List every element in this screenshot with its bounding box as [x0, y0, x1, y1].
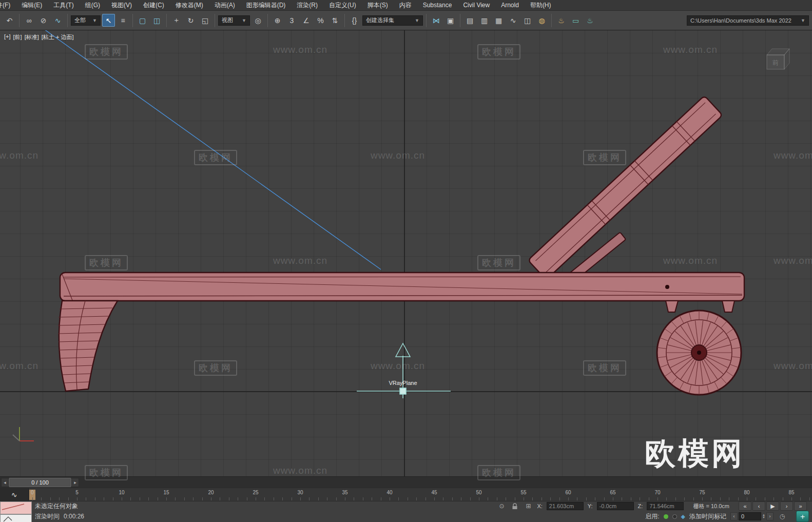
viewport-pov-label[interactable]: [前] — [13, 33, 22, 41]
unlink-selection-icon[interactable]: ⊘ — [37, 14, 50, 27]
z-coordinate-label: Z: — [638, 503, 643, 509]
time-slider-prev-button[interactable]: ◂ — [1, 478, 9, 487]
maxscript-listener-pane[interactable] — [0, 514, 32, 522]
selection-lock-toggle[interactable] — [510, 502, 519, 510]
time-configuration-button[interactable]: ◷ — [778, 512, 787, 520]
render-production-icon[interactable]: ♨ — [584, 14, 596, 27]
status-row-1: 未选定任何对象 ⊙ ⊞ X: Y: Z: 栅格 = 10.0cm «‹▶›» — [32, 501, 812, 511]
ruler-tick-label: 50 — [476, 490, 481, 495]
use-pivot-point-center-icon[interactable]: ◎ — [252, 14, 264, 27]
menu-item[interactable]: 修改器(M) — [170, 0, 209, 10]
add-viewport-layout-button[interactable]: ＋ — [796, 511, 809, 522]
enable-on-indicator[interactable] — [664, 514, 668, 519]
menu-item[interactable]: 文件(F) — [0, 0, 16, 10]
menu-item[interactable]: Substance — [417, 0, 458, 10]
previous-key-button[interactable]: ‹ — [730, 512, 738, 520]
window-crossing-toggle-icon[interactable]: ◫ — [150, 14, 163, 27]
select-and-rotate-icon[interactable]: ↻ — [184, 14, 197, 27]
track-bar-ruler[interactable]: 0510152025303540455055606570758085 — [29, 488, 812, 501]
named-selection-sets-select[interactable]: 创建选择集▼ — [362, 15, 423, 26]
add-time-tag-button[interactable]: 添加时间标记 — [689, 512, 726, 521]
next-key-button[interactable]: › — [766, 512, 774, 520]
ruler-tick-label: 45 — [431, 490, 437, 495]
go-to-start-button[interactable]: « — [739, 501, 751, 511]
previous-frame-button[interactable]: ‹ — [752, 501, 765, 511]
enable-off-indicator[interactable] — [672, 514, 677, 519]
percent-snap-icon[interactable]: % — [314, 14, 327, 27]
lounger-backrest[interactable] — [528, 95, 723, 280]
menu-item[interactable]: 图形编辑器(D) — [241, 0, 292, 10]
frame-number-field[interactable] — [739, 512, 761, 520]
frame-spinner[interactable]: ▲▼ — [762, 514, 765, 519]
rectangular-selection-region-icon[interactable]: ▢ — [136, 14, 149, 27]
viewcube[interactable]: 前 — [759, 43, 795, 75]
menu-item[interactable]: 内容 — [394, 0, 417, 10]
go-to-end-button[interactable]: » — [794, 501, 807, 511]
absolute-mode-toggle[interactable]: ⊞ — [524, 502, 533, 510]
ruler-tick-label: 40 — [386, 490, 392, 495]
x-coordinate-field[interactable] — [547, 502, 584, 510]
isolate-selection-toggle[interactable]: ⊙ — [497, 502, 506, 510]
menu-item[interactable]: 动画(A) — [209, 0, 241, 10]
render-setup-icon[interactable]: ♨ — [555, 14, 568, 27]
maxscript-mini-listener[interactable] — [0, 501, 32, 522]
vrayplane-gizmo[interactable] — [357, 343, 451, 398]
select-and-scale-icon[interactable]: ◱ — [199, 14, 211, 27]
y-coordinate-label: Y: — [588, 503, 593, 509]
select-object-icon[interactable]: ↖ — [102, 14, 115, 27]
toggle-scene-explorer-icon[interactable]: ▤ — [463, 14, 476, 27]
mini-curve-editor-button[interactable]: ∿ — [0, 488, 29, 501]
toggle-ribbon-icon[interactable]: ▦ — [492, 14, 505, 27]
viewport-menu-button[interactable]: [+] — [4, 33, 11, 41]
undo-icon[interactable]: ↶ — [3, 14, 16, 27]
menu-item[interactable]: Civil View — [457, 0, 495, 10]
rendered-frame-window-icon[interactable]: ▭ — [569, 14, 582, 27]
viewport-front[interactable]: [+][前][标准][粘土 + 边面] — [0, 30, 812, 476]
ruler-tick-label: 55 — [520, 490, 526, 495]
align-icon[interactable]: ▣ — [444, 14, 457, 27]
y-coordinate-field[interactable] — [597, 502, 634, 510]
schematic-view-icon[interactable]: ◫ — [521, 14, 534, 27]
material-editor-icon[interactable]: ◍ — [535, 14, 548, 27]
mirror-icon[interactable]: ⋈ — [430, 14, 442, 27]
time-slider-next-button[interactable]: ▸ — [71, 478, 79, 487]
viewport-perview-label[interactable]: [标准] — [25, 33, 39, 41]
lounger-wheel[interactable] — [657, 311, 741, 395]
project-path-field[interactable]: C:\Users\Han\Documents\3ds Max 2022 ▼ — [687, 15, 809, 26]
menu-item[interactable]: 编辑(E) — [16, 0, 48, 10]
menu-item[interactable]: 视图(V) — [106, 0, 138, 10]
ruler-tick-label: 80 — [744, 490, 749, 495]
menu-item[interactable]: 组(G) — [80, 0, 106, 10]
reference-coordinate-select[interactable]: 视图▼ — [218, 15, 250, 26]
time-slider-handle[interactable]: 0 / 100 — [9, 478, 71, 487]
maxscript-macro-recorder-pane[interactable] — [0, 501, 32, 514]
menu-item[interactable]: 帮助(H) — [525, 0, 557, 10]
toggle-layer-explorer-icon[interactable]: ▥ — [478, 14, 491, 27]
bind-to-space-warp-icon[interactable]: ∿ — [51, 14, 64, 27]
snaps-toggle-3d-icon[interactable]: 3 — [285, 14, 298, 27]
curve-editor-icon[interactable]: ∿ — [507, 14, 519, 27]
z-coordinate-field[interactable] — [647, 502, 684, 510]
menu-item[interactable]: 自定义(U) — [323, 0, 362, 10]
viewport-shading-label[interactable]: [粘土 + 边面] — [42, 33, 74, 41]
selection-filter-select[interactable]: 全部▼ — [71, 15, 101, 26]
select-and-manipulate-icon[interactable]: ⊕ — [271, 14, 284, 27]
menu-item[interactable]: 创建(C) — [138, 0, 170, 10]
angle-snap-icon[interactable]: ∠ — [300, 14, 313, 27]
next-frame-button[interactable]: › — [780, 501, 793, 511]
play-button[interactable]: ▶ — [766, 501, 779, 511]
lounger-leg[interactable] — [58, 301, 118, 391]
time-slider-track[interactable] — [79, 478, 811, 487]
menu-item[interactable]: Arnold — [495, 0, 525, 10]
menu-item[interactable]: 工具(T) — [48, 0, 79, 10]
select-by-name-icon[interactable]: ≡ — [117, 14, 129, 27]
lounger-seat[interactable] — [60, 273, 744, 301]
spinner-snap-icon[interactable]: ⇅ — [328, 14, 341, 27]
edit-named-selection-sets-icon[interactable]: {} — [348, 14, 361, 27]
select-and-link-icon[interactable]: ∞ — [23, 14, 35, 27]
menu-item[interactable]: 脚本(S) — [362, 0, 394, 10]
select-and-move-icon[interactable]: ＋ — [170, 14, 183, 27]
ruler-tick-label: 60 — [565, 490, 571, 495]
menu-item[interactable]: 渲染(R) — [291, 0, 323, 10]
render-time-label: 渲染时间 — [35, 512, 60, 521]
